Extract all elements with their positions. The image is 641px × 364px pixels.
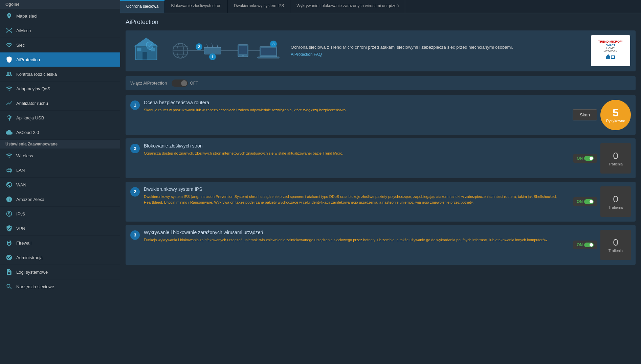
usb-icon xyxy=(5,114,13,121)
hits-box-1: 0 Trafienia xyxy=(600,143,631,174)
sidebar-item-label: AiProtection xyxy=(16,57,40,62)
sidebar-item-wireless[interactable]: Wireless xyxy=(0,149,120,163)
svg-line-25 xyxy=(207,44,207,47)
svg-line-8 xyxy=(9,30,12,32)
hits-label-3: Trafienia xyxy=(609,249,623,253)
svg-rect-12 xyxy=(142,52,147,60)
feature-actions-2: ON 0 Trafienia xyxy=(573,186,631,217)
page-title: AiProtection xyxy=(126,19,636,26)
logs-icon xyxy=(5,268,13,276)
feature-body-0: Ocena bezpieczeństwa routera Skanuje rou… xyxy=(144,100,569,113)
svg-rect-32 xyxy=(239,46,247,54)
svg-rect-23 xyxy=(204,47,221,54)
sidebar-item-label: Amazon Alexa xyxy=(16,197,44,202)
sidebar-item-siec[interactable]: Sieć xyxy=(0,38,120,52)
toggle-label: Włącz AiProtection xyxy=(130,81,167,86)
feature-row-2: 2 Dwukierunkowy system IPS Dwukierunkowy… xyxy=(126,182,636,222)
admin-icon xyxy=(5,254,13,261)
svg-rect-43 xyxy=(612,56,614,58)
sidebar-item-aplikacja-usb[interactable]: Aplikacja USB xyxy=(0,111,120,125)
tab-dwukierunkowy-system-ips[interactable]: Dwukierunkowy system IPS xyxy=(228,0,290,13)
sidebar-item-label: Logi systemowe xyxy=(16,270,48,275)
scan-button[interactable]: Skan xyxy=(573,109,597,120)
sidebar-item-aiprotection[interactable]: AiProtection xyxy=(0,52,120,67)
risk-number: 5 xyxy=(613,107,619,118)
svg-marker-10 xyxy=(134,38,158,46)
feature-row-0: 1 Ocena bezpieczeństwa routera Skanuje r… xyxy=(126,95,636,135)
sidebar-item-kontrola-rodzicielska[interactable]: Kontrola rodzicielska xyxy=(0,67,120,82)
content-area: AiProtection xyxy=(120,13,641,364)
alexa-icon xyxy=(5,196,13,203)
sidebar-item-mapa-sieci[interactable]: Mapa sieci xyxy=(0,9,120,23)
hits-label-2: Trafienia xyxy=(609,205,623,209)
sidebar-item-amazon-alexa[interactable]: Amazon Alexa xyxy=(0,192,120,207)
hits-num-3: 0 xyxy=(613,237,618,248)
toggle-knob xyxy=(181,80,187,86)
risk-label: Ryzykowne xyxy=(606,119,625,123)
on-knob xyxy=(584,156,594,161)
sidebar-item-label: Administracja xyxy=(16,255,43,260)
network-icon xyxy=(5,41,13,49)
sidebar-item-label: Wireless xyxy=(16,153,33,158)
ipv6-icon xyxy=(5,210,13,218)
tab-wykrywanie-blokowanie[interactable]: Wykrywanie i blokowanie zarażonych wirus… xyxy=(290,0,405,13)
svg-line-5 xyxy=(7,29,9,30)
svg-line-7 xyxy=(7,30,9,32)
sidebar-item-aimesh[interactable]: AiMesh xyxy=(0,23,120,38)
svg-rect-36 xyxy=(261,48,276,55)
sidebar-item-label: LAN xyxy=(16,168,25,173)
svg-rect-37 xyxy=(258,57,279,58)
sidebar-item-wan[interactable]: WAN xyxy=(0,178,120,192)
feature-title-1: Blokowanie złośliwych stron xyxy=(144,143,569,149)
sidebar-advanced-label: Ustawienia Zaawansowane xyxy=(0,140,120,149)
sidebar-item-aicloud[interactable]: AiCloud 2.0 xyxy=(0,125,120,140)
feature-desc-3: Funkcja wykrywania i blokowania zainfeko… xyxy=(144,237,569,243)
sidebar-item-label: Sieć xyxy=(16,43,25,48)
tab-blokowanie-zlosliwych-stron[interactable]: Blokowanie złośliwych stron xyxy=(165,0,228,13)
sidebar-item-analizator-ruchu[interactable]: Analizator ruchu xyxy=(0,96,120,111)
hits-box-3: 0 Trafienia xyxy=(600,230,631,260)
sidebar-item-label: Kontrola rodzicielska xyxy=(16,72,57,77)
lan-icon xyxy=(5,166,13,174)
main-content: Ochrona sieciowa Blokowanie złośliwych s… xyxy=(120,0,641,364)
on-label: ON xyxy=(577,156,583,161)
sidebar-item-narzedzia-sieciowe[interactable]: Narzędzia sieciowe xyxy=(0,279,120,294)
vpn-icon xyxy=(5,225,13,232)
detect-block-toggle[interactable]: ON xyxy=(573,241,597,249)
traffic-icon xyxy=(5,99,13,107)
sidebar-item-adaptacyjny-qos[interactable]: Adaptacyjny QoS xyxy=(0,82,120,96)
sidebar-general-label: Ogólne xyxy=(0,0,120,9)
sidebar-item-label: Firewall xyxy=(16,241,31,246)
sidebar-item-administracja[interactable]: Administracja xyxy=(0,250,120,265)
sidebar-item-firewall[interactable]: Firewall xyxy=(0,236,120,250)
banner-text-area: Ochrona sieciowa z Trend Micro chroni pr… xyxy=(291,45,585,57)
feature-row-1: 2 Blokowanie złośliwych stron Ogranicza … xyxy=(126,138,636,178)
banner-text: Ochrona sieciowa z Trend Micro chroni pr… xyxy=(291,45,585,50)
sidebar-item-label: VPN xyxy=(16,226,25,231)
svg-marker-41 xyxy=(606,54,610,56)
sidebar-item-ipv6[interactable]: IPv6 xyxy=(0,207,120,221)
sidebar-item-label: Aplikacja USB xyxy=(16,115,44,120)
parental-icon xyxy=(5,70,13,78)
feature-desc-1: Ogranicza dostęp do znanych, złośliwych … xyxy=(144,151,569,157)
map-icon xyxy=(5,12,13,20)
sidebar-item-logi-systemowe[interactable]: Logi systemowe xyxy=(0,265,120,279)
tab-ochrona-sieciowa[interactable]: Ochrona sieciowa xyxy=(120,0,165,13)
feature-num-1: 1 xyxy=(130,100,140,110)
aimesh-icon xyxy=(5,27,13,34)
ips-toggle[interactable]: ON xyxy=(573,197,597,206)
malicious-sites-toggle[interactable]: ON xyxy=(573,154,597,163)
hits-num-2: 0 xyxy=(613,194,618,205)
toggle-button[interactable] xyxy=(172,79,188,87)
on-label-3: ON xyxy=(577,243,583,247)
banner-link[interactable]: AiProtection FAQ xyxy=(291,52,322,57)
feature-row-3: 3 Wykrywanie i blokowanie zarażonych wir… xyxy=(126,225,636,265)
sidebar-item-vpn[interactable]: VPN xyxy=(0,221,120,236)
aiprotection-toggle[interactable]: OFF xyxy=(172,79,198,87)
feature-desc-0: Skanuje router w poszukiwaniu luk w zabe… xyxy=(144,107,569,113)
sidebar-item-label: Analizator ruchu xyxy=(16,101,48,106)
sidebar-item-lan[interactable]: LAN xyxy=(0,163,120,178)
feature-actions-3: ON 0 Trafienia xyxy=(573,230,631,260)
svg-rect-13 xyxy=(137,47,141,51)
sidebar-item-label: WAN xyxy=(16,182,26,187)
